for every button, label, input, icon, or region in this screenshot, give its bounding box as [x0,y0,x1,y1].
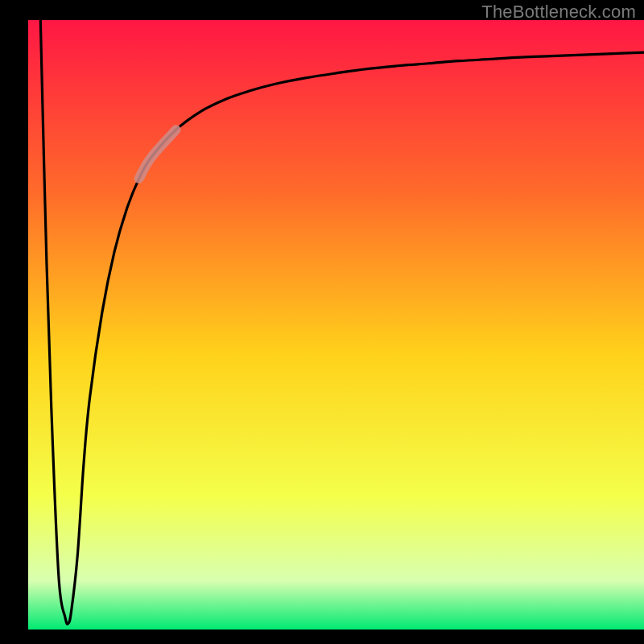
watermark-label: TheBottleneck.com [481,2,636,23]
chart-frame: TheBottleneck.com [0,0,644,644]
plot-area [28,20,644,630]
chart-svg [0,0,644,644]
